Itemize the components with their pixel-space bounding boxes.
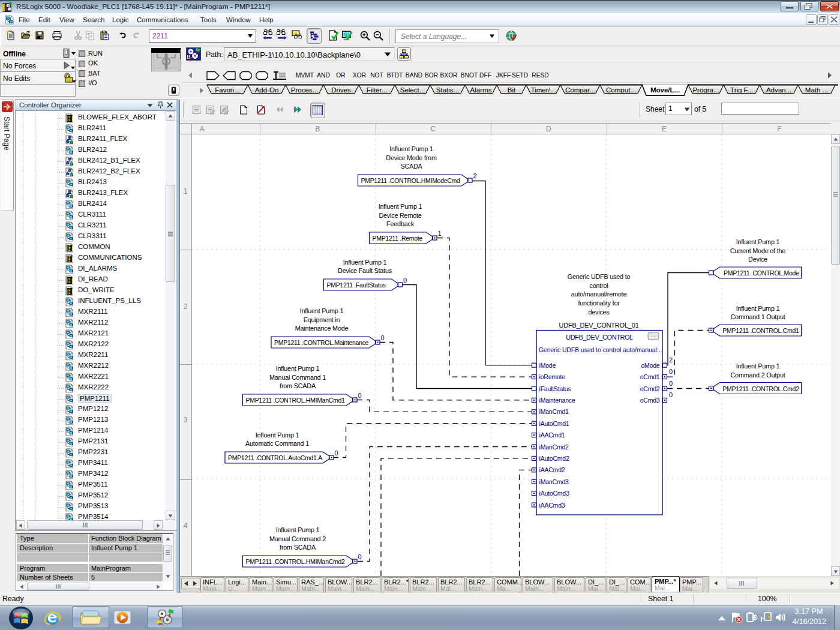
- svg-text:PMP1211 .CONTROL.Mode: PMP1211 .CONTROL.Mode: [724, 269, 799, 277]
- svg-text:Filter...: Filter...: [367, 86, 388, 94]
- svg-text:PMP1211 .Remote: PMP1211 .Remote: [373, 235, 423, 242]
- svg-text:Current Mode of the: Current Mode of the: [730, 247, 785, 254]
- svg-text:PMP1211 .CONTROL.HMIModeCmd: PMP1211 .CONTROL.HMIModeCmd: [361, 177, 460, 184]
- svg-text:PMP1211 .CONTROL.HMIManCmd1: PMP1211 .CONTROL.HMIManCmd1: [246, 397, 345, 404]
- svg-text:PMP1211 .FaultStatus: PMP1211 .FaultStatus: [327, 281, 386, 289]
- svg-text:0: 0: [335, 449, 338, 457]
- svg-text:iAutoCmd2: iAutoCmd2: [539, 455, 570, 462]
- svg-text:Progra...: Progra...: [692, 86, 719, 94]
- svg-text:Favori...: Favori...: [215, 86, 240, 94]
- svg-text:Timer/...: Timer/...: [531, 86, 556, 94]
- svg-text:Generic UDFB used to: Generic UDFB used to: [568, 273, 631, 280]
- svg-text:2: 2: [669, 356, 673, 364]
- svg-text:oCmd2: oCmd2: [640, 385, 660, 392]
- svg-text:from SCADA: from SCADA: [280, 544, 316, 551]
- svg-text:Device Remote: Device Remote: [379, 212, 421, 219]
- svg-text:Maintenance Mode: Maintenance Mode: [295, 325, 349, 332]
- svg-text:Command 2 Output: Command 2 Output: [730, 371, 785, 379]
- svg-text:Influent Pump 1: Influent Pump 1: [256, 431, 299, 439]
- svg-text:0: 0: [358, 392, 362, 399]
- svg-text:0: 0: [669, 391, 673, 398]
- svg-text:0: 0: [381, 334, 385, 341]
- svg-text:ioRemote: ioRemote: [539, 373, 566, 380]
- svg-text:Influent Pump 1: Influent Pump 1: [343, 259, 387, 266]
- svg-text:devices: devices: [588, 308, 610, 316]
- svg-text:iFaultStatus: iFaultStatus: [539, 385, 571, 392]
- svg-text:PMP1211 .CONTROL.Cmd1: PMP1211 .CONTROL.Cmd1: [722, 327, 799, 334]
- svg-text:Influent Pump 1: Influent Pump 1: [736, 362, 780, 370]
- svg-text:Move/L...: Move/L...: [650, 86, 680, 94]
- svg-text:iAACmd2: iAACmd2: [539, 466, 565, 473]
- svg-text:Select...: Select...: [400, 86, 425, 94]
- svg-text:Influent Pump 1: Influent Pump 1: [300, 307, 344, 314]
- svg-text:from SCADA: from SCADA: [280, 382, 316, 389]
- svg-text:Drives: Drives: [331, 86, 351, 94]
- svg-text:Advan...: Advan...: [766, 86, 791, 94]
- svg-text:PMP1211 .CONTROL.HMIManCmd2: PMP1211 .CONTROL.HMIManCmd2: [246, 558, 345, 565]
- svg-text:Influent Pump 1: Influent Pump 1: [379, 203, 422, 210]
- svg-text:Influent Pump 1: Influent Pump 1: [389, 145, 433, 152]
- svg-text:Math ...: Math ...: [805, 86, 828, 94]
- svg-text:0: 0: [403, 277, 407, 284]
- svg-text:iManCmd1: iManCmd1: [539, 408, 569, 415]
- svg-text:Influent Pump 1: Influent Pump 1: [276, 365, 320, 372]
- svg-text:PMP1211 .CONTROL.AutoCmd1.A: PMP1211 .CONTROL.AutoCmd1.A: [228, 454, 322, 461]
- svg-text:Proces...: Proces...: [291, 86, 318, 94]
- svg-text:iAutoCmd1: iAutoCmd1: [539, 420, 570, 427]
- svg-text:functionality for: functionality for: [578, 299, 620, 307]
- svg-text:2: 2: [473, 172, 477, 179]
- svg-text:Generic UDFB used to control a: Generic UDFB used to control auto/manual…: [539, 346, 662, 353]
- svg-text:iMaintenance: iMaintenance: [539, 397, 575, 404]
- svg-text:UDFB_DEV_CONTROL: UDFB_DEV_CONTROL: [566, 334, 633, 341]
- svg-text:Feedback: Feedback: [386, 220, 415, 227]
- svg-text:Alarms: Alarms: [470, 86, 492, 94]
- svg-text:Compar...: Compar...: [565, 86, 595, 94]
- svg-text:Device: Device: [748, 256, 767, 263]
- svg-text:Manual Command 2: Manual Command 2: [269, 535, 326, 542]
- svg-text:Trig F...: Trig F...: [730, 86, 753, 94]
- svg-text:Device Fault Status: Device Fault Status: [338, 267, 392, 274]
- svg-text:auto/manual/remote: auto/manual/remote: [571, 290, 627, 298]
- svg-text:Command 1 Output: Command 1 Output: [730, 313, 785, 320]
- svg-text:Influent Pump 1: Influent Pump 1: [276, 526, 320, 533]
- svg-text:iAACmd1: iAACmd1: [539, 431, 565, 439]
- svg-text:Equipment in: Equipment in: [304, 316, 340, 323]
- svg-text:UDFB_DEV_CONTROL_01: UDFB_DEV_CONTROL_01: [559, 322, 638, 329]
- svg-text:Comput...: Comput...: [606, 86, 636, 94]
- svg-text:Automatic Command 1: Automatic Command 1: [245, 440, 309, 447]
- svg-text:Manual Command 1: Manual Command 1: [269, 374, 326, 381]
- svg-text:Statis...: Statis...: [436, 86, 459, 94]
- svg-text:iAACmd3: iAACmd3: [539, 502, 565, 509]
- svg-text:PMP1211 .CONTROL.Maintenance: PMP1211 .CONTROL.Maintenance: [274, 339, 369, 346]
- svg-text:Device Mode from: Device Mode from: [386, 154, 437, 161]
- svg-text:Add-On: Add-On: [255, 86, 279, 94]
- svg-text:0: 0: [358, 553, 362, 560]
- svg-text:oMode: oMode: [641, 362, 659, 369]
- svg-text:iManCmd3: iManCmd3: [539, 478, 569, 485]
- svg-text:Bit: Bit: [508, 86, 516, 94]
- svg-text:iAutoCmd3: iAutoCmd3: [539, 490, 570, 497]
- svg-text:iMode: iMode: [539, 362, 556, 369]
- svg-text:oCmd3: oCmd3: [640, 397, 660, 404]
- svg-text:Influent Pump 1: Influent Pump 1: [736, 305, 780, 312]
- svg-text:oCmd1: oCmd1: [640, 373, 660, 380]
- svg-text:1: 1: [438, 230, 442, 237]
- svg-text:control: control: [589, 282, 608, 289]
- svg-text:SCADA: SCADA: [400, 163, 422, 170]
- svg-text:0: 0: [669, 380, 673, 387]
- svg-text:PMP1211 .CONTROL.Cmd2: PMP1211 .CONTROL.Cmd2: [722, 385, 799, 392]
- svg-text:Influent Pump 1: Influent Pump 1: [736, 238, 780, 245]
- svg-text:0: 0: [669, 368, 673, 375]
- svg-text:...: ...: [651, 332, 656, 338]
- svg-text:iManCmd2: iManCmd2: [539, 443, 569, 451]
